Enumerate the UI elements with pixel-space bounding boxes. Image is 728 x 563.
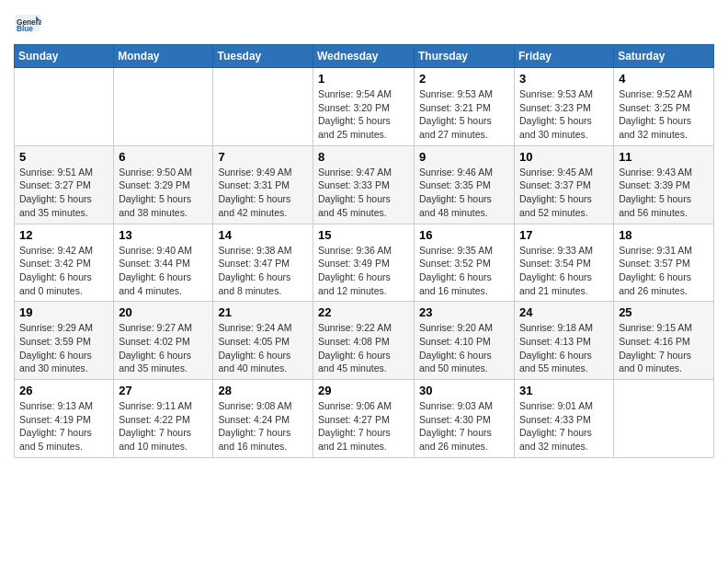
calendar-cell: 21Sunrise: 9:24 AM Sunset: 4:05 PM Dayli…	[213, 302, 313, 380]
logo: General Blue	[14, 9, 45, 37]
day-number: 23	[419, 305, 509, 319]
day-number: 24	[519, 305, 609, 319]
page-header: General Blue	[14, 9, 714, 37]
day-number: 25	[619, 305, 709, 319]
weekday-header-tuesday: Tuesday	[213, 45, 313, 68]
day-number: 17	[519, 228, 609, 242]
day-number: 3	[519, 72, 609, 86]
calendar-cell: 29Sunrise: 9:06 AM Sunset: 4:27 PM Dayli…	[313, 380, 415, 458]
day-number: 22	[318, 305, 409, 319]
svg-text:Blue: Blue	[17, 25, 33, 33]
day-info: Sunrise: 9:15 AM Sunset: 4:16 PM Dayligh…	[619, 321, 709, 375]
calendar-cell: 4Sunrise: 9:52 AM Sunset: 3:25 PM Daylig…	[614, 68, 714, 146]
day-number: 27	[119, 384, 208, 397]
day-number: 10	[519, 150, 609, 164]
day-info: Sunrise: 9:54 AM Sunset: 3:20 PM Dayligh…	[318, 87, 409, 142]
calendar-cell: 8Sunrise: 9:47 AM Sunset: 3:33 PM Daylig…	[313, 145, 415, 224]
calendar-week-1: 1Sunrise: 9:54 AM Sunset: 3:20 PM Daylig…	[15, 68, 714, 146]
calendar-cell: 20Sunrise: 9:27 AM Sunset: 4:02 PM Dayli…	[114, 302, 213, 380]
day-info: Sunrise: 9:11 AM Sunset: 4:22 PM Dayligh…	[119, 399, 208, 454]
calendar-cell: 16Sunrise: 9:35 AM Sunset: 3:52 PM Dayli…	[415, 224, 515, 302]
day-number: 26	[19, 384, 108, 397]
page-container: General Blue SundayMondayTuesdayWednesda…	[0, 0, 728, 467]
day-number: 30	[419, 384, 509, 397]
weekday-header-sunday: Sunday	[15, 45, 114, 68]
day-number: 1	[318, 72, 409, 86]
day-number: 5	[19, 150, 108, 164]
calendar-table: SundayMondayTuesdayWednesdayThursdayFrid…	[14, 44, 714, 458]
day-info: Sunrise: 9:18 AM Sunset: 4:13 PM Dayligh…	[519, 321, 609, 375]
day-info: Sunrise: 9:31 AM Sunset: 3:57 PM Dayligh…	[619, 244, 709, 298]
calendar-cell: 31Sunrise: 9:01 AM Sunset: 4:33 PM Dayli…	[515, 380, 614, 458]
day-number: 20	[119, 305, 208, 319]
calendar-cell: 11Sunrise: 9:43 AM Sunset: 3:39 PM Dayli…	[614, 145, 714, 224]
day-number: 9	[419, 150, 509, 164]
day-info: Sunrise: 9:01 AM Sunset: 4:33 PM Dayligh…	[519, 399, 609, 454]
day-number: 13	[119, 228, 208, 242]
day-info: Sunrise: 9:50 AM Sunset: 3:29 PM Dayligh…	[119, 166, 208, 220]
calendar-cell: 9Sunrise: 9:46 AM Sunset: 3:35 PM Daylig…	[415, 145, 515, 224]
calendar-cell: 22Sunrise: 9:22 AM Sunset: 4:08 PM Dayli…	[313, 302, 415, 380]
day-info: Sunrise: 9:42 AM Sunset: 3:42 PM Dayligh…	[19, 244, 108, 298]
day-number: 31	[519, 384, 609, 397]
calendar-week-3: 12Sunrise: 9:42 AM Sunset: 3:42 PM Dayli…	[15, 224, 714, 302]
calendar-cell	[15, 68, 114, 146]
calendar-cell: 28Sunrise: 9:08 AM Sunset: 4:24 PM Dayli…	[213, 380, 313, 458]
day-info: Sunrise: 9:22 AM Sunset: 4:08 PM Dayligh…	[318, 321, 409, 375]
calendar-cell: 19Sunrise: 9:29 AM Sunset: 3:59 PM Dayli…	[15, 302, 114, 380]
day-number: 18	[619, 228, 709, 242]
day-info: Sunrise: 9:36 AM Sunset: 3:49 PM Dayligh…	[318, 244, 409, 298]
day-info: Sunrise: 9:29 AM Sunset: 3:59 PM Dayligh…	[19, 321, 108, 375]
day-info: Sunrise: 9:06 AM Sunset: 4:27 PM Dayligh…	[318, 399, 409, 454]
day-number: 21	[218, 305, 308, 319]
day-info: Sunrise: 9:53 AM Sunset: 3:21 PM Dayligh…	[419, 87, 509, 142]
day-info: Sunrise: 9:20 AM Sunset: 4:10 PM Dayligh…	[419, 321, 509, 375]
day-number: 7	[218, 150, 308, 164]
day-number: 6	[119, 150, 208, 164]
day-number: 12	[19, 228, 108, 242]
day-number: 11	[619, 150, 709, 164]
day-info: Sunrise: 9:03 AM Sunset: 4:30 PM Dayligh…	[419, 399, 509, 454]
calendar-cell: 25Sunrise: 9:15 AM Sunset: 4:16 PM Dayli…	[614, 302, 714, 380]
day-number: 16	[419, 228, 509, 242]
calendar-cell: 15Sunrise: 9:36 AM Sunset: 3:49 PM Dayli…	[313, 224, 415, 302]
calendar-cell: 5Sunrise: 9:51 AM Sunset: 3:27 PM Daylig…	[15, 145, 114, 224]
weekday-header-thursday: Thursday	[415, 45, 515, 68]
day-info: Sunrise: 9:47 AM Sunset: 3:33 PM Dayligh…	[318, 166, 409, 220]
calendar-week-2: 5Sunrise: 9:51 AM Sunset: 3:27 PM Daylig…	[15, 145, 714, 224]
day-info: Sunrise: 9:52 AM Sunset: 3:25 PM Dayligh…	[619, 87, 709, 142]
day-info: Sunrise: 9:43 AM Sunset: 3:39 PM Dayligh…	[619, 166, 709, 220]
calendar-cell: 6Sunrise: 9:50 AM Sunset: 3:29 PM Daylig…	[114, 145, 213, 224]
day-info: Sunrise: 9:13 AM Sunset: 4:19 PM Dayligh…	[19, 399, 108, 454]
day-info: Sunrise: 9:33 AM Sunset: 3:54 PM Dayligh…	[519, 244, 609, 298]
weekday-header-row: SundayMondayTuesdayWednesdayThursdayFrid…	[15, 45, 714, 68]
calendar-cell: 27Sunrise: 9:11 AM Sunset: 4:22 PM Dayli…	[114, 380, 213, 458]
calendar-cell: 17Sunrise: 9:33 AM Sunset: 3:54 PM Dayli…	[515, 224, 614, 302]
day-info: Sunrise: 9:53 AM Sunset: 3:23 PM Dayligh…	[519, 87, 609, 142]
calendar-cell: 12Sunrise: 9:42 AM Sunset: 3:42 PM Dayli…	[15, 224, 114, 302]
weekday-header-friday: Friday	[515, 45, 614, 68]
calendar-week-5: 26Sunrise: 9:13 AM Sunset: 4:19 PM Dayli…	[15, 380, 714, 458]
calendar-cell: 2Sunrise: 9:53 AM Sunset: 3:21 PM Daylig…	[415, 68, 515, 146]
calendar-cell: 26Sunrise: 9:13 AM Sunset: 4:19 PM Dayli…	[15, 380, 114, 458]
weekday-header-wednesday: Wednesday	[313, 45, 415, 68]
calendar-cell	[614, 380, 714, 458]
calendar-cell: 30Sunrise: 9:03 AM Sunset: 4:30 PM Dayli…	[415, 380, 515, 458]
day-info: Sunrise: 9:49 AM Sunset: 3:31 PM Dayligh…	[218, 166, 308, 220]
day-info: Sunrise: 9:45 AM Sunset: 3:37 PM Dayligh…	[519, 166, 609, 220]
calendar-cell: 18Sunrise: 9:31 AM Sunset: 3:57 PM Dayli…	[614, 224, 714, 302]
day-info: Sunrise: 9:51 AM Sunset: 3:27 PM Dayligh…	[19, 166, 108, 220]
day-number: 28	[218, 384, 308, 397]
calendar-week-4: 19Sunrise: 9:29 AM Sunset: 3:59 PM Dayli…	[15, 302, 714, 380]
calendar-cell	[213, 68, 313, 146]
logo-icon: General Blue	[14, 9, 41, 37]
calendar-cell: 10Sunrise: 9:45 AM Sunset: 3:37 PM Dayli…	[515, 145, 614, 224]
calendar-cell: 13Sunrise: 9:40 AM Sunset: 3:44 PM Dayli…	[114, 224, 213, 302]
day-number: 15	[318, 228, 409, 242]
weekday-header-monday: Monday	[114, 45, 213, 68]
calendar-cell: 3Sunrise: 9:53 AM Sunset: 3:23 PM Daylig…	[515, 68, 614, 146]
day-info: Sunrise: 9:38 AM Sunset: 3:47 PM Dayligh…	[218, 244, 308, 298]
day-number: 19	[19, 305, 108, 319]
day-number: 4	[619, 72, 709, 86]
day-info: Sunrise: 9:46 AM Sunset: 3:35 PM Dayligh…	[419, 166, 509, 220]
